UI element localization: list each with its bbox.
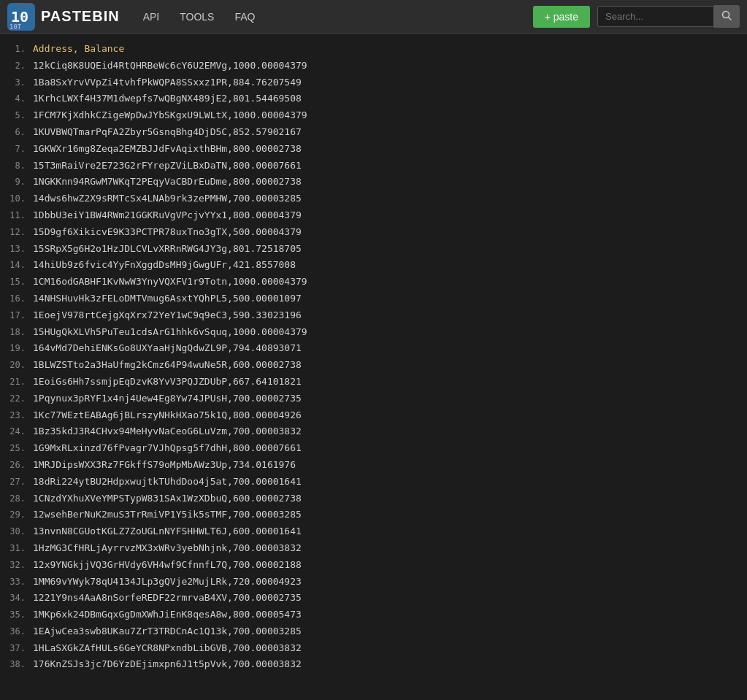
table-row: 1.Address, Balance — [0, 41, 747, 58]
line-number: 11. — [0, 209, 33, 223]
line-content: 1EAjwCea3swb8UKau7ZrT3TRDCnAc1Q13k,700.0… — [33, 624, 302, 639]
table-row: 12.15D9gf6XikicvE9K33PCTPR78uxTno3gTX,50… — [0, 224, 747, 241]
table-row: 11.1DbbU3eiY1BW4RWm21GGKRuVgVPcjvYYx1,80… — [0, 207, 747, 224]
table-row: 15.1CM16odGABHF1KvNwW3YnyVQXFV1r9Totn,10… — [0, 274, 747, 291]
table-row: 36.1EAjwCea3swb8UKau7ZrT3TRDCnAc1Q13k,70… — [0, 623, 747, 640]
line-content: 1EoiGs6Hh7ssmjpEqDzvK8YvV3PQJZDUbP,667.6… — [33, 374, 302, 390]
line-content: 1MM69vYWyk78qU4134JLp3gQVje2MujLRk,720.0… — [33, 574, 302, 590]
table-row: 28.1CNzdYXhuXVeYMPSTypW831SAx1WzXDbuQ,60… — [0, 491, 747, 507]
table-row: 4.1KrhcLWXf4H37M1dwepfs7wQBgNX489jE2,801… — [0, 91, 747, 107]
table-row: 19.164vMd7DehiENKsGo8UXYaaHjNgQdwZL9P,79… — [0, 340, 747, 357]
table-row: 29.12wsehBerNuK2muS3TrRmiVP1Y5ik5sTMF,70… — [0, 507, 747, 523]
line-content: 15D9gf6XikicvE9K33PCTPR78uxTno3gTX,500.0… — [33, 225, 302, 240]
line-number: 16. — [0, 292, 33, 306]
table-row: 18.15HUgQkXLVh5PuTeu1cdsArG1hhk6vSquq,10… — [0, 324, 747, 341]
table-row: 23.1Kc77WEztEABAg6jBLrszyNHkHXao75k1Q,80… — [0, 407, 747, 424]
line-number: 9. — [0, 175, 33, 189]
line-number: 18. — [0, 326, 33, 339]
line-number: 37. — [0, 642, 33, 655]
line-number: 12. — [0, 226, 33, 239]
line-number: 5. — [0, 109, 33, 123]
table-row: 14.14hiUb9z6fvic4YyFnXggdDsMH9jGwgUFr,42… — [0, 257, 747, 274]
table-row: 33.1MM69vYWyk78qU4134JLp3gQVje2MujLRk,72… — [0, 574, 747, 591]
line-number: 25. — [0, 442, 33, 455]
table-row: 35.1MKp6xk24DBmGqxGgDmXWhJiEnK8qesA8w,80… — [0, 607, 747, 623]
line-content: 1Bz35kdJ3R4CHvx94MeHyvNaCeoG6LuVzm,700.0… — [33, 424, 302, 439]
svg-text:10T: 10T — [9, 23, 22, 31]
line-content: 1Ba8SxYrvVVpZi4tvhfPkWQPA8SSxxz1PR,884.7… — [33, 75, 302, 91]
line-number: 22. — [0, 392, 33, 406]
table-row: 38.176KnZSJs3jc7D6YzDEjimxpn6J1t5pVvk,70… — [0, 656, 747, 673]
line-number: 4. — [0, 92, 33, 106]
nav-api[interactable]: API — [134, 7, 169, 27]
line-content: 1HLaSXGkZAfHULs6GeYCR8NPxndbLibGVB,700.0… — [33, 641, 302, 656]
line-number: 10. — [0, 192, 33, 206]
line-number: 7. — [0, 142, 33, 156]
nav-tools[interactable]: TOOLS — [171, 7, 223, 27]
line-content: 1Kc77WEztEABAg6jBLrszyNHkHXao75k1Q,800.0… — [33, 408, 302, 423]
line-number: 33. — [0, 575, 33, 589]
line-number: 27. — [0, 475, 33, 489]
line-number: 20. — [0, 358, 33, 372]
line-content: 18dRi224ytBU2HdpxwujtkTUhdDoo4j5at,700.0… — [33, 474, 302, 490]
table-row: 24.1Bz35kdJ3R4CHvx94MeHyvNaCeoG6LuVzm,70… — [0, 423, 747, 440]
table-row: 30.13nvnN8CGUotKGLZ7ZoUGLnNYFSHHWLT6J,60… — [0, 523, 747, 540]
search-input[interactable] — [597, 6, 714, 27]
line-content: 1FCM7KjXdhkCZigeWpDwJYbSKgxU9LWLtX,1000.… — [33, 108, 307, 123]
table-row: 6.1KUVBWQTmarPqFA2Zbyr5GsnqBhg4DjD5C,852… — [0, 124, 747, 141]
line-number: 32. — [0, 558, 33, 572]
line-content: Address, Balance — [33, 42, 124, 57]
line-number: 13. — [0, 242, 33, 256]
line-content: 1Pqynux3pRYF1x4nj4Uew4Eg8Yw74JPUsH,700.0… — [33, 391, 302, 407]
nav: API TOOLS FAQ — [134, 7, 533, 27]
line-number: 24. — [0, 425, 33, 439]
line-content: 1BLWZSTto2a3HaUfmg2kCmz64P94wuNe5R,600.0… — [33, 358, 302, 373]
line-content: 176KnZSJs3jc7D6YzDEjimxpn6J1t5pVvk,700.0… — [33, 657, 302, 672]
table-row: 37.1HLaSXGkZAfHULs6GeYCR8NPxndbLibGVB,70… — [0, 640, 747, 657]
line-content: 1MKp6xk24DBmGqxGgDmXWhJiEnK8qesA8w,800.0… — [33, 607, 302, 623]
table-row: 20.1BLWZSTto2a3HaUfmg2kCmz64P94wuNe5R,60… — [0, 357, 747, 374]
line-content: 15T3mRaiVre2E723G2rFYrepZViLBxDaTN,800.0… — [33, 158, 302, 174]
line-content: 1CM16odGABHF1KvNwW3YnyVQXFV1r9Totn,1000.… — [33, 274, 307, 290]
nav-faq[interactable]: FAQ — [226, 7, 264, 27]
search-button[interactable] — [714, 5, 740, 28]
line-number: 6. — [0, 126, 33, 139]
line-content: 164vMd7DehiENKsGo8UXYaaHjNgQdwZL9P,794.4… — [33, 341, 302, 356]
logo-icon: 10 10T — [7, 3, 35, 31]
table-row: 7.1GKWXr16mg8Zeqa2EMZBJJdFvAqixthBHm,800… — [0, 141, 747, 158]
line-number: 15. — [0, 275, 33, 289]
table-row: 17.1EoejV978rtCejgXqXrx72YeY1wC9q9eC3,59… — [0, 307, 747, 324]
table-row: 2.12kCiq8K8UQEid4RtQHRBeWc6cY6U2EMVg,100… — [0, 58, 747, 74]
line-content: 1DbbU3eiY1BW4RWm21GGKRuVgVPcjvYYx1,800.0… — [33, 208, 302, 223]
line-content: 1NGKKnn94RGwM7WKqT2PEqyVaCBDrEuDme,800.0… — [33, 174, 302, 190]
line-number: 8. — [0, 159, 33, 173]
logo-text: PASTEBIN — [41, 8, 120, 25]
line-content: 1KrhcLWXf4H37M1dwepfs7wQBgNX489jE2,801.5… — [33, 91, 302, 107]
line-content: 12x9YNGkjjVQ3GrHVdy6VH4wf9CfnnfL7Q,700.0… — [33, 558, 302, 573]
content: 1.Address, Balance2.12kCiq8K8UQEid4RtQHR… — [0, 34, 747, 700]
line-content: 12wsehBerNuK2muS3TrRmiVP1Y5ik5sTMF,700.0… — [33, 507, 302, 523]
line-content: 15SRpX5g6H2o1HzJDLCVLvXRRnRWG4JY3g,801.7… — [33, 242, 302, 257]
line-content: 14dws6hwZ2X9sRMTcSx4LNAb9rk3zePMHW,700.0… — [33, 191, 302, 207]
table-row: 26.1MRJDipsWXX3Rz7FGkffS79oMpMbAWz3Up,73… — [0, 457, 747, 474]
table-row: 8.15T3mRaiVre2E723G2rFYrepZViLBxDaTN,800… — [0, 158, 747, 174]
paste-button[interactable]: + paste — [533, 6, 590, 28]
line-number: 26. — [0, 458, 33, 472]
line-number: 30. — [0, 525, 33, 539]
line-content: 1G9MxRLxinzd76fPvagr7VJhQpsg5f7dhH,800.0… — [33, 441, 302, 456]
line-content: 12kCiq8K8UQEid4RtQHRBeWc6cY6U2EMVg,1000.… — [33, 58, 307, 74]
svg-line-4 — [729, 18, 732, 20]
line-number: 3. — [0, 76, 33, 90]
table-row: 34.1221Y9ns4AaA8nSorfeREDF22rmrvaB4XV,70… — [0, 590, 747, 607]
table-row: 10.14dws6hwZ2X9sRMTcSx4LNAb9rk3zePMHW,70… — [0, 191, 747, 207]
line-content: 1KUVBWQTmarPqFA2Zbyr5GsnqBhg4DjD5C,852.5… — [33, 125, 302, 140]
logo-area[interactable]: 10 10T PASTEBIN — [7, 3, 120, 31]
table-row: 25.1G9MxRLxinzd76fPvagr7VJhQpsg5f7dhH,80… — [0, 440, 747, 457]
table-row: 31.1HzMG3CfHRLjAyrrvzMX3xWRv3yebNhjnk,70… — [0, 540, 747, 557]
line-content: 13nvnN8CGUotKGLZ7ZoUGLnNYFSHHWLT6J,600.0… — [33, 524, 302, 539]
line-content: 1MRJDipsWXX3Rz7FGkffS79oMpMbAWz3Up,734.0… — [33, 458, 296, 473]
line-number: 17. — [0, 309, 33, 323]
line-content: 1GKWXr16mg8Zeqa2EMZBJJdFvAqixthBHm,800.0… — [33, 142, 302, 157]
table-row: 22.1Pqynux3pRYF1x4nj4Uew4Eg8Yw74JPUsH,70… — [0, 391, 747, 407]
table-row: 16.14NHSHuvHk3zFELoDMTVmug6AsxtYQhPL5,50… — [0, 291, 747, 307]
